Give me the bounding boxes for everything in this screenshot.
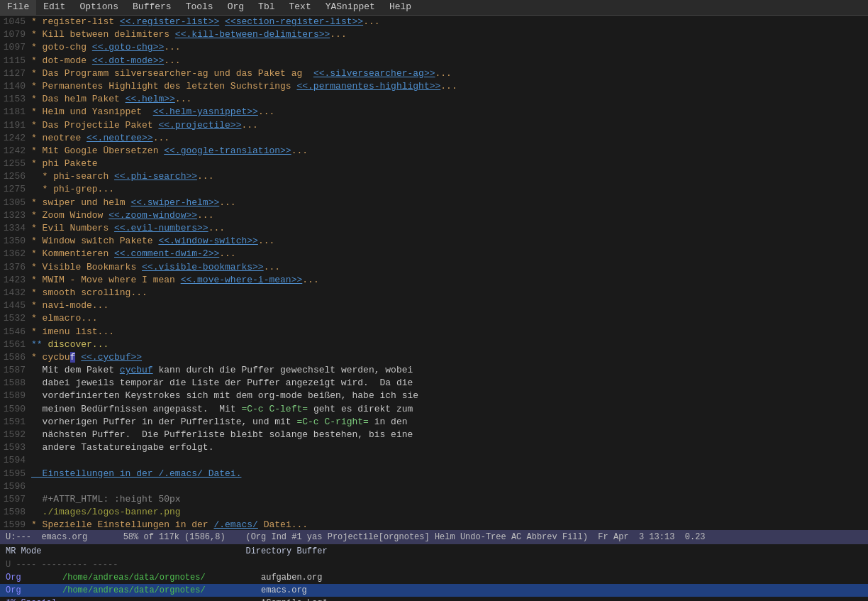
line-content: * swiper und helm <<.swiper-helm>>...	[31, 197, 868, 209]
line-number: 1595	[0, 468, 31, 480]
line-content: vordefinierten Keystrokes sich mit dem o…	[31, 390, 868, 402]
separator-line: U ---- --------- -----	[0, 558, 868, 571]
line-content: nächsten Puffer. Die Pufferliste bleibt …	[31, 429, 868, 441]
line-content: meinen Bedürfnissen angepasst. Mit =C-c …	[31, 403, 868, 416]
menu-edit[interactable]: Edit	[36, 0, 72, 15]
line-content: * Spezielle Einstellungen in der /.emacs…	[31, 519, 868, 530]
line-content: dabei jeweils temporär die Liste der Puf…	[31, 377, 868, 390]
editor-line: 1255* phi Pakete	[0, 158, 868, 170]
line-number: 1596	[0, 480, 31, 493]
editor-line: 1097* goto-chg <<.goto-chg>>...	[0, 41, 868, 54]
editor-area[interactable]: 1045* register-list <<.register-list>> <…	[0, 16, 868, 530]
modeline2: MR Mode Directory Buffer	[0, 544, 868, 558]
line-number: 1256	[0, 170, 31, 183]
line-number: 1242	[0, 132, 31, 145]
line-content: vorherigen Puffer in der Pufferliste, un…	[31, 416, 868, 429]
editor-line: 1423* MWIM - Move where I mean <<.move-w…	[0, 274, 868, 287]
line-number: 1445	[0, 299, 31, 312]
editor-line: 1598 ./images/logos-banner.png	[0, 506, 868, 519]
editor-line: 1376* Visible Bookmarks <<.visible-bookm…	[0, 261, 868, 274]
line-number: 1045	[0, 16, 31, 28]
buf-prefix: *% Special	[6, 597, 62, 601]
line-content: * Permanentes Highlight des letzten Such…	[31, 80, 868, 93]
modeline2-text: MR Mode Directory Buffer	[6, 546, 328, 558]
editor-line: 1305* swiper und helm <<.swiper-helm>>..…	[0, 197, 868, 209]
editor-line: 1586* cycbuf <<.cycbuf>>	[0, 351, 868, 364]
editor-line: 1561** discover...	[0, 338, 868, 351]
menu-buffers[interactable]: Buffers	[126, 0, 179, 15]
editor-line: 1127* Das Programm silversearcher-ag und…	[0, 67, 868, 80]
dir-entry[interactable]: Org/home/andreas/data/orgnotes/emacs.org	[0, 584, 868, 597]
menu-tbl[interactable]: Tbl	[251, 0, 282, 15]
menu-help[interactable]: Help	[382, 0, 418, 15]
editor-line: 1546* imenu list...	[0, 326, 868, 338]
buffer-list[interactable]: *% Special*Compile-Log**% Messages*Messa…	[0, 597, 868, 601]
editor-line: 1323* Zoom Window <<.zoom-window>>...	[0, 209, 868, 222]
line-content	[31, 480, 868, 493]
line-number: 1153	[0, 93, 31, 106]
line-content: * Zoom Window <<.zoom-window>>...	[31, 209, 868, 222]
line-number: 1191	[0, 119, 31, 132]
editor-line: 1445* navi-mode...	[0, 299, 868, 312]
line-content: * navi-mode...	[31, 299, 868, 312]
line-number: 1423	[0, 274, 31, 287]
line-number: 1432	[0, 287, 31, 299]
line-content: * phi-grep...	[31, 183, 868, 196]
line-content: andere Tastatureingabe erfolgt.	[31, 441, 868, 454]
status-bar-text: U:--- emacs.org 58% of 117k (1586,8) (Or…	[6, 531, 706, 544]
line-content: * phi-search <<.phi-search>>...	[31, 170, 868, 183]
menu-file[interactable]: File	[0, 0, 36, 15]
menu-org[interactable]: Org	[221, 0, 251, 15]
editor-line: 1045* register-list <<.register-list>> <…	[0, 16, 868, 28]
menu-yasnippet[interactable]: YASnippet	[318, 0, 382, 15]
dir-file: emacs.org	[261, 585, 307, 597]
editor-line: 1140* Permanentes Highlight des letzten …	[0, 80, 868, 93]
editor-line: 1592 nächsten Puffer. Die Pufferliste bl…	[0, 429, 868, 441]
menu-tools[interactable]: Tools	[179, 0, 221, 15]
line-content: * Mit Google Übersetzen <<.google-transl…	[31, 145, 868, 158]
editor-line: 1115* dot-mode <<.dot-mode>>...	[0, 55, 868, 67]
line-number: 1594	[0, 454, 31, 467]
line-content: ./images/logos-banner.png	[31, 506, 868, 519]
separator-text: U ---- --------- -----	[6, 559, 118, 571]
line-number: 1305	[0, 197, 31, 209]
editor-line: 1595 Einstellungen in der /.emacs/ Datei…	[0, 468, 868, 480]
line-number: 1598	[0, 506, 31, 519]
line-content: * Visible Bookmarks <<.visible-bookmarks…	[31, 261, 868, 274]
dir-path: /home/andreas/data/orgnotes/	[62, 572, 261, 584]
editor-line: 1591 vorherigen Puffer in der Pufferlist…	[0, 416, 868, 429]
line-number: 1593	[0, 441, 31, 454]
editor-line: 1191* Das Projectile Paket <<.projectile…	[0, 119, 868, 132]
editor-line: 1588 dabei jeweils temporär die Liste de…	[0, 377, 868, 390]
editor-line: 1153* Das helm Paket <<.helm>>...	[0, 93, 868, 106]
editor-line: 1275 * phi-grep...	[0, 183, 868, 196]
line-content	[31, 454, 868, 467]
editor-line: 1593 andere Tastatureingabe erfolgt.	[0, 441, 868, 454]
menu-options[interactable]: Options	[72, 0, 126, 15]
line-number: 1115	[0, 55, 31, 67]
buffer-entry[interactable]: *% Special*Compile-Log*	[0, 597, 868, 601]
buf-name: *Compile-Log*	[261, 597, 328, 601]
line-number: 1140	[0, 80, 31, 93]
line-content: * imenu list...	[31, 326, 868, 338]
editor-line: 1350* Window switch Pakete <<.window-swi…	[0, 235, 868, 248]
editor-line: 1597 #+ATTR_HTML: :height 50px	[0, 493, 868, 506]
line-number: 1334	[0, 222, 31, 235]
line-number: 1591	[0, 416, 31, 429]
line-number: 1599	[0, 519, 31, 530]
line-content: * Das helm Paket <<.helm>>...	[31, 93, 868, 106]
dir-file: aufgaben.org	[261, 572, 322, 584]
line-number: 1275	[0, 183, 31, 196]
editor-line: 1589 vordefinierten Keystrokes sich mit …	[0, 390, 868, 402]
menu-text[interactable]: Text	[282, 0, 318, 15]
line-number: 1350	[0, 235, 31, 248]
line-content: * Window switch Pakete <<.window-switch>…	[31, 235, 868, 248]
dir-entry[interactable]: Org/home/andreas/data/orgnotes/aufgaben.…	[0, 571, 868, 584]
line-content: Mit dem Paket cycbuf kann durch die Puff…	[31, 364, 868, 377]
line-number: 1546	[0, 326, 31, 338]
editor-line: 1594	[0, 454, 868, 467]
editor-line: 1596	[0, 480, 868, 493]
editor-line: 1242* neotree <<.neotree>>...	[0, 132, 868, 145]
line-content: * Das Projectile Paket <<.projectile>>..…	[31, 119, 868, 132]
line-content: ** discover...	[31, 338, 868, 351]
